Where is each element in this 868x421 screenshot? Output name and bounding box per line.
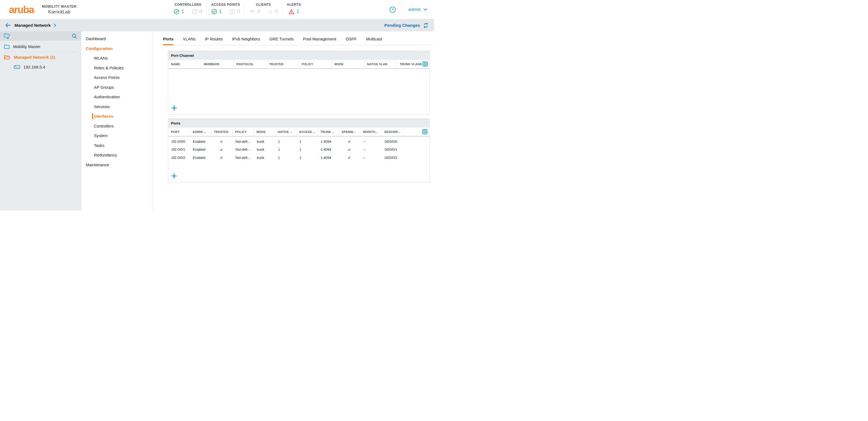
cell-trusted: ✔: [211, 139, 232, 143]
nav-item-wlans[interactable]: WLANs: [81, 53, 152, 63]
column-header-trusted: TRUSTED: [266, 60, 299, 68]
nav-item-label: WLANs: [94, 56, 108, 60]
stat-items: 10: [174, 9, 202, 14]
tree-item-managed-network-1[interactable]: Managed Network (1): [0, 52, 81, 62]
status-down-icon: [229, 9, 235, 14]
tree-item-192-168-5-4[interactable]: 192.168.5.4: [0, 62, 81, 72]
port-row-ge-0-0-0[interactable]: GE-0/0/0Enabled✔Not-defi...trunk111-4094…: [168, 138, 429, 146]
add-port-button[interactable]: [171, 173, 177, 179]
column-header-mode: MODE: [253, 128, 275, 136]
cell-monito: --: [360, 156, 381, 160]
column-header-label: PROTOCOL: [236, 63, 254, 66]
column-header-port: PORT: [168, 128, 190, 136]
tree-item-mobility-master[interactable]: Mobility Master: [0, 41, 81, 51]
tab-ip-routes[interactable]: IP Routes: [205, 31, 223, 45]
nav-item-label: Authentication: [94, 94, 120, 99]
column-header-label: MONITO...: [363, 130, 378, 133]
tab-ports[interactable]: Ports: [163, 31, 174, 45]
column-header-trusted: TRUSTED: [211, 128, 232, 136]
tab-ospf[interactable]: OSPF: [345, 31, 357, 45]
column-header-members: MEMBERS: [201, 60, 234, 68]
nav-item-maintenance[interactable]: Maintenance: [81, 160, 152, 170]
stat-group-clients: CLIENTS00: [244, 3, 282, 14]
stat-items: 1: [287, 9, 301, 14]
column-header-name: NAME: [168, 60, 201, 68]
tab-pool-management[interactable]: Pool Management: [303, 31, 336, 45]
column-select-grid-icon[interactable]: [423, 61, 429, 67]
body: Mobility MasterManaged Network (1)192.16…: [0, 31, 434, 210]
cell-access: 1: [296, 148, 317, 152]
stat-item: 1: [211, 9, 222, 14]
cell-descrip: GE0/0/2: [381, 156, 429, 160]
back-arrow-icon[interactable]: [5, 23, 11, 28]
column-header-label: MODE: [334, 63, 344, 66]
cell-spanni: ✔: [339, 156, 360, 160]
pending-changes-label: Pending Changes: [384, 23, 420, 28]
tab-multicast[interactable]: Multicast: [366, 31, 382, 45]
wifi-icon: [249, 9, 255, 14]
wired-client-icon: [268, 9, 273, 14]
nav-item-services[interactable]: Services: [81, 102, 152, 112]
column-header-label: POLICY: [302, 63, 313, 66]
tab-vlans[interactable]: VLANs: [183, 31, 195, 45]
column-header-trunk: TRUNK ...: [317, 128, 339, 136]
stat-value: 0: [257, 9, 260, 14]
tab-ipv6-neighbors[interactable]: IPv6 Neighbors: [232, 31, 260, 45]
add-port-channel-button[interactable]: [171, 105, 177, 111]
nav-item-tasks[interactable]: Tasks: [81, 140, 152, 151]
stat-item: 1: [174, 9, 184, 14]
column-header-access: ACCESS ...: [296, 128, 317, 136]
port-channel-panel: Port Channel NAMEMEMBERSPROTOCOLTRUSTEDP…: [168, 51, 430, 115]
sidebar-toolbar: [0, 31, 81, 41]
nav-item-interfaces[interactable]: Interfaces: [81, 111, 152, 121]
cell-trunk: 1-4094: [317, 148, 339, 152]
nav-item-label: Dashboard: [86, 36, 106, 41]
stat-value: 0: [275, 9, 278, 14]
nav-item-roles-policies[interactable]: Roles & Policies: [81, 63, 152, 73]
cell-mode: trunk: [253, 148, 275, 152]
hostname: KarrickLab: [42, 9, 76, 15]
user-menu[interactable]: admin: [408, 7, 428, 12]
chevron-right-icon[interactable]: [53, 23, 56, 28]
ports-spacer: [168, 162, 429, 172]
help-icon[interactable]: ?: [389, 6, 396, 13]
nav-item-redundancy[interactable]: Redundancy: [81, 150, 152, 160]
breadcrumb-bar: Managed Network Pending Changes: [0, 19, 434, 31]
stat-item: 0: [268, 9, 278, 14]
nav-item-authentication[interactable]: Authentication: [81, 92, 152, 102]
nav-item-system[interactable]: System: [81, 131, 152, 140]
cell-admin: Enabled: [190, 148, 211, 152]
nav-item-configuration[interactable]: Configuration: [81, 44, 152, 54]
tree-item-label: Managed Network (1): [14, 55, 55, 60]
device-tree: Mobility MasterManaged Network (1)192.16…: [0, 41, 81, 72]
nav-item-dashboard[interactable]: Dashboard: [81, 34, 152, 44]
ports-title: Ports: [168, 119, 429, 128]
column-select-grid-icon[interactable]: [422, 129, 428, 134]
nav-item-label: Maintenance: [86, 162, 109, 167]
pending-changes-button[interactable]: Pending Changes: [384, 23, 429, 28]
cell-native: 1: [275, 156, 296, 160]
nav-item-label: Tasks: [94, 143, 104, 148]
stat-item: 0: [229, 9, 240, 14]
device-tree-sidebar: Mobility MasterManaged Network (1)192.16…: [0, 31, 81, 210]
nav-item-label: Configuration: [86, 46, 113, 51]
product-block: MOBILITY MASTER KarrickLab: [42, 4, 76, 15]
column-header-protocol: PROTOCOL: [233, 60, 266, 68]
ports-add-row: [168, 172, 429, 182]
column-header-label: TRUNK VLANS: [400, 63, 422, 66]
stat-item: 0: [249, 9, 260, 14]
cell-descrip: GE0/0/1: [381, 148, 429, 152]
folder-select-icon[interactable]: [4, 33, 11, 39]
tab-gre-tunnels[interactable]: GRE Tunnels: [269, 31, 293, 45]
column-header-label: SPANNI...: [342, 130, 356, 133]
nav-item-ap-groups[interactable]: AP Groups: [81, 83, 152, 92]
cell-monito: --: [360, 140, 381, 143]
global-stats: CONTROLLERS10ACCESS POINTS10CLIENTS00ALE…: [169, 3, 305, 14]
nav-item-controllers[interactable]: Controllers: [81, 121, 152, 131]
column-header-trunk-vlans: TRUNK VLANS: [397, 60, 429, 68]
search-icon[interactable]: [71, 33, 77, 39]
port-row-ge-0-0-2[interactable]: GE-0/0/2Enabled✔Not-defi...trunk111-4094…: [168, 154, 429, 162]
port-row-ge-0-0-1[interactable]: GE-0/0/1Enabled✔Not-defi...trunk111-4094…: [168, 146, 429, 154]
nav-item-access-points[interactable]: Access Points: [81, 73, 152, 83]
tree-divider: [4, 52, 76, 52]
